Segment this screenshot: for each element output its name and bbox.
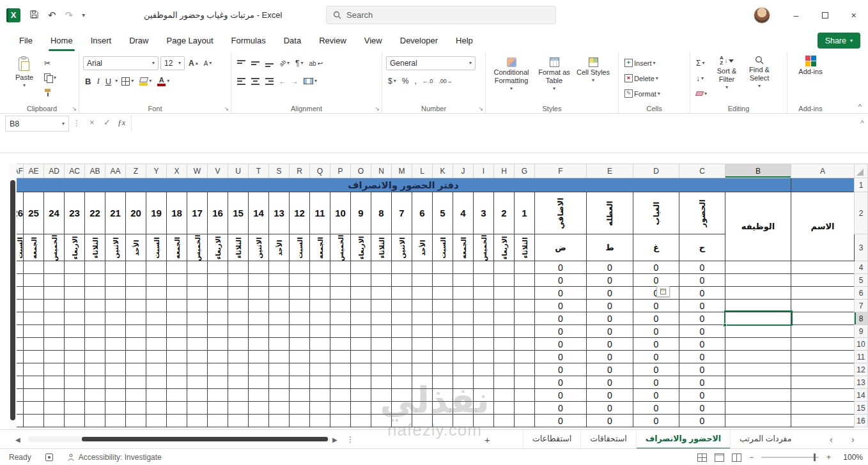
grid-cell[interactable]: 0 (535, 287, 587, 300)
grid-cell[interactable]: 0 (679, 274, 725, 287)
percent-style-button[interactable]: % (400, 75, 411, 88)
vertical-scrollbar[interactable] (9, 164, 17, 429)
grid-cell[interactable]: 0 (633, 351, 679, 363)
grid-cell[interactable]: 0 (587, 287, 633, 300)
grid-cell[interactable] (85, 325, 105, 338)
grid-cell[interactable] (412, 287, 433, 300)
grid-cell[interactable]: 0 (535, 274, 587, 287)
grid-cell[interactable] (167, 415, 187, 427)
sheet-title-cell[interactable]: دفتر الحضور والانصراف (16, 178, 791, 192)
grid-cell[interactable]: 5 (433, 192, 453, 234)
grid-cell[interactable] (228, 287, 249, 300)
row-header[interactable]: 6 (855, 287, 868, 300)
grid-cell[interactable] (515, 415, 535, 427)
row-header[interactable]: 2 (855, 192, 868, 234)
clear-button[interactable]: ▾ (694, 87, 709, 100)
grid-cell[interactable] (167, 312, 187, 325)
grid-cell[interactable] (290, 261, 310, 274)
grid-cell[interactable] (725, 402, 791, 415)
grid-cell[interactable] (16, 287, 24, 300)
grid-cell[interactable]: 15 (228, 192, 249, 234)
grid-cell[interactable] (228, 261, 249, 274)
grid-cell[interactable]: الخميس (330, 234, 351, 261)
grid-cell[interactable] (65, 325, 85, 338)
column-header[interactable]: F (535, 164, 587, 178)
grid-cell[interactable] (371, 325, 392, 338)
grid-cell[interactable] (65, 300, 85, 312)
column-header[interactable]: K (433, 164, 453, 178)
search-box[interactable]: Search (326, 6, 556, 24)
tab-file[interactable]: File (10, 30, 42, 51)
grid-cell[interactable]: 0 (587, 300, 633, 312)
row-header[interactable]: 4 (855, 261, 868, 274)
grid-cell[interactable] (65, 402, 85, 415)
column-header[interactable]: W (187, 164, 208, 178)
grid-cell[interactable] (433, 287, 453, 300)
zoom-slider[interactable] (761, 457, 819, 458)
grid-cell[interactable] (24, 389, 44, 402)
grid-cell[interactable]: 0 (587, 338, 633, 351)
grid-cell[interactable]: الثلاثاء (515, 234, 535, 261)
column-header[interactable]: O (351, 164, 371, 178)
grid-cell[interactable] (290, 376, 310, 389)
grid-cell[interactable] (16, 325, 24, 338)
grid-cell[interactable]: الجمعه (453, 234, 474, 261)
number-format-combo[interactable]: General ▾ (386, 56, 476, 70)
grid-cell[interactable] (290, 351, 310, 363)
grid-cell[interactable]: ح (679, 234, 725, 261)
row-header[interactable]: 10 (855, 338, 868, 351)
grid-cell[interactable] (269, 274, 290, 287)
grid-cell[interactable] (290, 415, 310, 427)
grid-cell[interactable] (44, 415, 65, 427)
tab-home[interactable]: Home (42, 30, 82, 51)
addins-button[interactable]: Add-ins (792, 54, 829, 76)
grid-cell[interactable] (126, 312, 146, 325)
grid-cell[interactable] (249, 363, 269, 376)
grid-cell[interactable] (24, 338, 44, 351)
cut-button[interactable]: ✂ (42, 56, 58, 70)
grid-cell[interactable] (433, 261, 453, 274)
grid-cell[interactable] (85, 312, 105, 325)
copy-button[interactable]: ▾ (42, 71, 58, 84)
grid-cell[interactable] (44, 338, 65, 351)
grid-cell[interactable]: 0 (679, 325, 725, 338)
grid-cell[interactable]: 22 (85, 192, 105, 234)
grid-cell[interactable] (65, 261, 85, 274)
grid-cell[interactable]: 1 (515, 192, 535, 234)
formula-bar-grip-icon[interactable]: ⋮ (73, 119, 81, 128)
zoom-level[interactable]: 100% (839, 453, 863, 462)
grid-cell[interactable]: 0 (633, 274, 679, 287)
grid-cell[interactable]: 0 (633, 338, 679, 351)
align-center-button[interactable] (249, 75, 261, 88)
grid-cell[interactable]: الاربعاء (65, 234, 85, 261)
grid-cell[interactable] (146, 287, 167, 300)
grid-cell[interactable] (330, 351, 351, 363)
grid-cell[interactable] (371, 376, 392, 389)
grid-cell[interactable] (791, 351, 855, 363)
grid-cell[interactable] (44, 363, 65, 376)
grid-cell[interactable] (433, 351, 453, 363)
column-header[interactable]: X (167, 164, 187, 178)
grid-cell[interactable] (453, 376, 474, 389)
grid-cell[interactable] (392, 325, 412, 338)
tab-page-layout[interactable]: Page Layout (158, 30, 222, 51)
column-header[interactable]: Z (126, 164, 146, 178)
grid-cell[interactable]: الخميس (474, 234, 494, 261)
paste-button[interactable]: Paste ▾ (9, 54, 40, 99)
column-header[interactable]: AF (16, 164, 24, 178)
grid-cell[interactable] (44, 351, 65, 363)
grid-cell[interactable] (146, 376, 167, 389)
grid-cell[interactable]: 0 (535, 338, 587, 351)
grid-cell[interactable]: السبت (290, 234, 310, 261)
grid-cell[interactable]: الاربعاء (494, 234, 515, 261)
grid-cell[interactable] (85, 402, 105, 415)
grid-cell[interactable] (228, 300, 249, 312)
grid-cell[interactable] (371, 351, 392, 363)
grid-cell[interactable] (249, 402, 269, 415)
grid-cell[interactable] (725, 287, 791, 300)
grid-cell[interactable] (187, 325, 208, 338)
find-select-button[interactable]: Find & Select ▾ (745, 54, 774, 100)
grid-cell[interactable]: 25 (24, 192, 44, 234)
grid-cell[interactable] (330, 312, 351, 325)
grid-cell[interactable] (371, 261, 392, 274)
